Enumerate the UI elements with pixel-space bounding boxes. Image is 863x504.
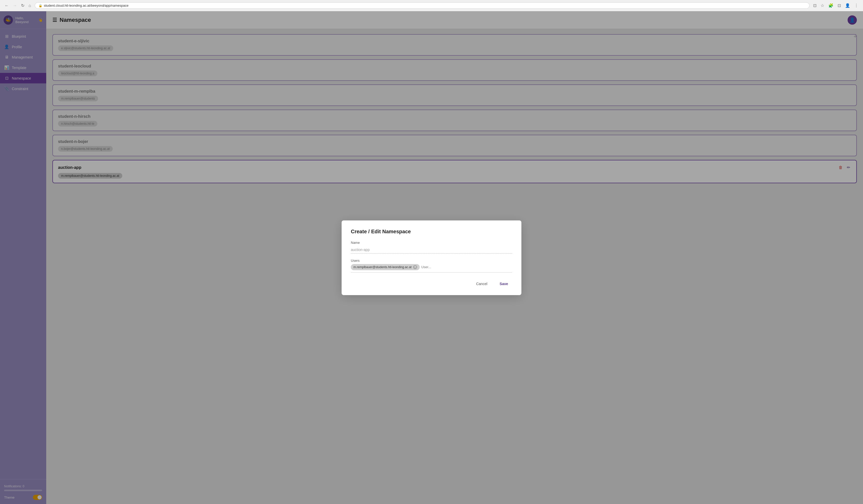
modal-overlay[interactable]: Create / Edit Namespace Name Users m.rem… [0,11,863,504]
browser-toolbar: ⊡ ☆ 🧩 ⊡ 👤 ⋮ [812,2,860,9]
modal-actions: Cancel Save [351,280,512,288]
user-search-input[interactable] [421,265,512,269]
cast-button[interactable]: ⊡ [812,2,818,9]
save-button[interactable]: Save [496,280,512,288]
name-input[interactable] [351,246,512,254]
user-chip: m.remplbauer@students.htl-leonding.ac.at… [351,264,420,270]
cancel-button[interactable]: Cancel [472,280,492,288]
remove-user-chip-button[interactable]: ✕ [413,265,417,269]
home-button[interactable]: ⌂ [27,2,33,9]
users-input-row: m.remplbauer@students.htl-leonding.ac.at… [351,264,512,272]
address-bar[interactable]: 🔒 student.cloud.htl-leonding.ac.at/beeyo… [35,2,810,9]
create-edit-modal: Create / Edit Namespace Name Users m.rem… [342,220,521,295]
name-form-group: Name [351,241,512,254]
name-label: Name [351,241,512,245]
url-text: student.cloud.htl-leonding.ac.at/beeyond… [44,3,129,8]
back-button[interactable]: ← [3,2,10,9]
extensions-button[interactable]: 🧩 [827,2,835,9]
forward-button[interactable]: → [11,2,18,9]
modal-title: Create / Edit Namespace [351,229,512,235]
avatar-button[interactable]: 👤 [843,2,852,9]
profile-button[interactable]: ⊡ [836,2,842,9]
browser-chrome: ← → ↻ ⌂ 🔒 student.cloud.htl-leonding.ac.… [0,0,863,11]
nav-buttons: ← → ↻ ⌂ [3,2,33,9]
lock-icon: 🔒 [38,4,42,8]
users-label: Users [351,259,512,262]
bookmark-button[interactable]: ☆ [819,2,826,9]
user-chip-text: m.remplbauer@students.htl-leonding.ac.at [353,266,412,269]
users-form-group: Users m.remplbauer@students.htl-leonding… [351,259,512,272]
menu-button[interactable]: ⋮ [853,2,860,9]
reload-button[interactable]: ↻ [20,2,26,9]
